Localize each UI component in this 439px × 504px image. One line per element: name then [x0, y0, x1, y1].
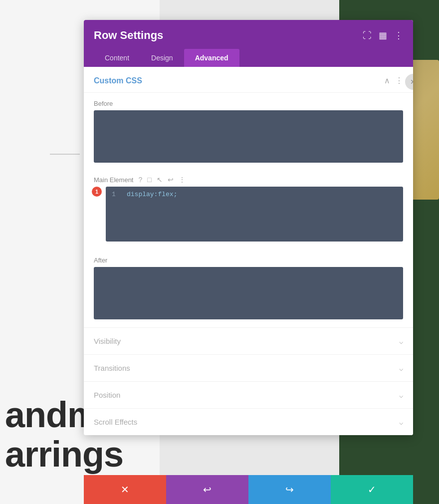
main-element-bar: Main Element ? □ ↖ ↩ ⋮: [84, 171, 413, 187]
scroll-effects-section[interactable]: Scroll Effects ⌵: [84, 408, 413, 435]
position-chevron: ⌵: [399, 391, 403, 399]
scroll-effects-chevron: ⌵: [399, 418, 403, 426]
row-settings-panel: Row Settings ⛶ ▦ ⋮ Content Design Advanc…: [84, 20, 413, 435]
tab-advanced[interactable]: Advanced: [184, 49, 239, 67]
mobile-icon[interactable]: □: [147, 176, 151, 184]
bottom-bar: ✕ ↩ ↪ ✓: [84, 475, 413, 504]
redo-button[interactable]: ↪: [248, 475, 331, 504]
fullscreen-icon[interactable]: ⛶: [363, 30, 372, 41]
help-icon[interactable]: ?: [138, 176, 142, 184]
more-options-icon[interactable]: ⋮: [394, 30, 403, 41]
tab-content[interactable]: Content: [94, 49, 140, 67]
position-section[interactable]: Position ⌵: [84, 381, 413, 408]
save-button[interactable]: ✓: [331, 475, 413, 504]
panel-header-top: Row Settings ⛶ ▦ ⋮: [94, 29, 403, 42]
panel-title: Row Settings: [94, 29, 163, 42]
scroll-effects-label: Scroll Effects: [94, 418, 137, 426]
badge: 1: [92, 187, 102, 197]
after-editor[interactable]: [94, 267, 403, 319]
line-number: 1: [112, 191, 119, 198]
cursor-icon[interactable]: ↖: [157, 176, 163, 184]
collapse-icon[interactable]: ∧: [384, 76, 390, 85]
more-icon-toolbar[interactable]: ⋮: [179, 176, 186, 184]
code-display-value: flex;: [158, 191, 177, 198]
cancel-button[interactable]: ✕: [84, 475, 166, 504]
main-element-editor-row: 1 1 display: flex;: [84, 187, 413, 250]
main-element-label: Main Element: [94, 176, 133, 184]
before-editor[interactable]: [94, 110, 403, 163]
section-header-icons: ∧ ⋮: [384, 76, 403, 85]
panel-body: Custom CSS ∧ ⋮ Before Main Element ? □ ↖…: [84, 67, 413, 435]
section-more-icon[interactable]: ⋮: [395, 76, 403, 85]
code-line-1: 1 display: flex;: [106, 187, 403, 202]
visibility-section[interactable]: Visibility ⌵: [84, 327, 413, 354]
after-css-area: After: [84, 256, 413, 327]
custom-css-section-header: Custom CSS ∧ ⋮: [84, 67, 413, 93]
custom-css-title: Custom CSS: [94, 76, 142, 85]
code-display-property: display:: [127, 191, 158, 198]
transitions-chevron: ⌵: [399, 364, 403, 372]
visibility-chevron: ⌵: [399, 337, 403, 345]
undo-icon-toolbar[interactable]: ↩: [168, 176, 174, 184]
main-element-editor[interactable]: 1 display: flex;: [106, 187, 403, 242]
transitions-label: Transitions: [94, 364, 130, 372]
horizontal-rule: [50, 154, 80, 155]
panel-header: Row Settings ⛶ ▦ ⋮ Content Design Advanc…: [84, 20, 413, 67]
before-label: Before: [94, 100, 403, 107]
panel-tabs: Content Design Advanced: [94, 49, 403, 67]
position-label: Position: [94, 391, 120, 399]
after-label: After: [94, 256, 403, 264]
visibility-label: Visibility: [94, 337, 121, 345]
tab-design[interactable]: Design: [140, 49, 184, 67]
transitions-section[interactable]: Transitions ⌵: [84, 354, 413, 381]
columns-icon[interactable]: ▦: [379, 30, 387, 41]
undo-button[interactable]: ↩: [166, 475, 248, 504]
panel-header-icons: ⛶ ▦ ⋮: [363, 30, 403, 41]
before-css-area: Before: [84, 100, 413, 171]
